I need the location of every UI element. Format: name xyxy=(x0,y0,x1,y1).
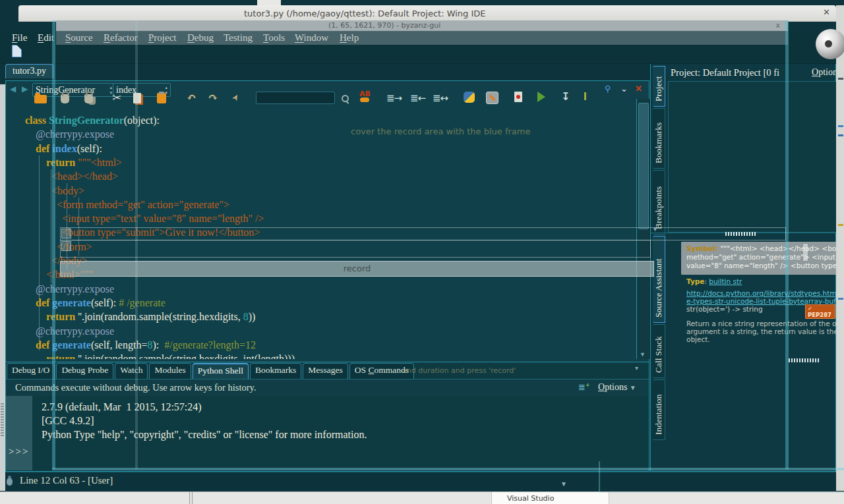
symbol-line: Symbol: """<html> <head></head> <body> <… xyxy=(686,244,838,252)
byzanz-close-icon[interactable]: x xyxy=(775,21,780,30)
menu-file[interactable]: File xyxy=(12,32,27,43)
shell-options-button[interactable]: Options ▼ xyxy=(598,382,636,393)
chevron-down-icon[interactable]: ⌄ xyxy=(620,84,628,94)
byzanz-window-corner xyxy=(599,461,844,493)
project-panel-title: Project: Default Project [0 fi xyxy=(671,67,779,78)
panel-chevron-icon[interactable]: ▾ xyxy=(635,364,638,372)
indent-match-icon[interactable]: ≣↔ xyxy=(433,92,448,104)
code-line: <head></head> xyxy=(25,169,118,183)
save-all-icon[interactable] xyxy=(84,94,93,103)
tab-debug-probe[interactable]: Debug Probe xyxy=(56,363,113,379)
window-fragment xyxy=(838,78,843,80)
python-icon[interactable] xyxy=(464,92,475,103)
step-into-icon[interactable] xyxy=(561,90,570,103)
docs-url-link[interactable]: http://docs.python.org/library/stdtypes.… xyxy=(686,289,844,297)
chevron-down-icon: ▼ xyxy=(560,480,567,488)
nav-forward-icon[interactable]: ▶ xyxy=(22,84,28,94)
record-button[interactable]: record xyxy=(60,261,654,277)
splitter-menu-icon[interactable]: ⚲ xyxy=(605,84,611,94)
symbol-line: value="8" name="length" /> <button type=… xyxy=(686,262,838,269)
side-tab-call-stack[interactable]: Call Stack xyxy=(653,324,665,378)
code-line: <input type="text" value="8" name="lengt… xyxy=(25,211,264,225)
bug-icon[interactable] xyxy=(7,478,13,486)
configure-icon[interactable] xyxy=(486,92,498,104)
window-title: tutor3.py (/home/gaoy/qttest): Default P… xyxy=(244,9,486,18)
scrollbar-thumb[interactable] xyxy=(638,103,649,229)
background-window-left-strip xyxy=(0,84,5,491)
signature-text: str(object=') -> string xyxy=(686,305,763,313)
new-file-icon[interactable] xyxy=(12,45,22,57)
code-line: <form method="get" action="generate"> xyxy=(25,198,229,211)
run-to-cursor-icon[interactable] xyxy=(584,91,586,103)
taskbar-item-label: Visual Studio xyxy=(507,494,554,503)
record-frame-bottom[interactable] xyxy=(52,468,844,470)
undo-icon[interactable] xyxy=(187,90,196,105)
bottom-panel-tabs: Debug I/ODebug ProbeWatchModulesPython S… xyxy=(7,363,414,379)
tab-messages[interactable]: Messages xyxy=(303,363,348,379)
taskbar-divider xyxy=(189,492,193,504)
code-line: def index(self): xyxy=(25,142,102,155)
drag-handle-icon[interactable] xyxy=(789,358,819,362)
code-line: def generate(self): # /generate xyxy=(25,296,166,310)
code-line: @cherrypy.expose xyxy=(25,127,114,141)
code-line: class StringGenerator(object): xyxy=(25,113,160,127)
project-file-list[interactable] xyxy=(668,81,836,233)
window-fragment xyxy=(838,134,843,136)
tab-debug-i-o[interactable]: Debug I/O xyxy=(7,363,55,379)
scroll-down-icon[interactable]: ▼ xyxy=(640,351,646,358)
indent-left-icon[interactable]: ≣← xyxy=(410,92,425,104)
nav-back-icon[interactable]: ◀ xyxy=(10,84,16,94)
desktop-top-edge xyxy=(0,0,844,5)
tab-watch[interactable]: Watch xyxy=(115,363,148,379)
side-tab-project[interactable]: Project xyxy=(653,66,665,107)
open-folder-icon[interactable] xyxy=(34,95,47,103)
tab-tutor3-py[interactable]: tutor3.py xyxy=(5,64,53,78)
indent-right-icon[interactable]: ≣→ xyxy=(386,92,402,104)
toggle-case-icon[interactable] xyxy=(359,91,370,102)
shell-toolbar: Commands execute without debug. Use arro… xyxy=(6,379,649,397)
search-icon[interactable] xyxy=(342,95,349,102)
side-tab-breakpoints[interactable]: Breakpoints xyxy=(653,170,665,235)
tab-label: tutor3.py xyxy=(13,66,46,76)
window-titlebar[interactable]: tutor3.py (/home/gaoy/qttest): Default P… xyxy=(18,5,836,22)
cut-icon[interactable] xyxy=(112,91,121,105)
record-area-outline xyxy=(60,240,651,258)
background-window-edge xyxy=(257,0,281,5)
paste-icon[interactable] xyxy=(157,93,166,103)
tab-python-shell[interactable]: Python Shell xyxy=(193,363,249,379)
tab-modules[interactable]: Modules xyxy=(149,363,191,379)
byzanz-title: (1, 65, 1621, 970) - byzanz-gui xyxy=(328,21,440,30)
new-prompt-icon[interactable]: ≣+ xyxy=(578,382,590,392)
resize-handle[interactable] xyxy=(61,241,71,251)
run-icon[interactable] xyxy=(537,92,545,102)
type-line: Type: builtin str xyxy=(686,277,742,285)
source-assistant-panel: Symbol: """<html> <head></head> <body> <… xyxy=(668,234,835,471)
description-line: argument is a string, the return value i… xyxy=(686,327,844,335)
code-line: return ''.join(random.sample(string.hexd… xyxy=(25,310,255,323)
taskbar: Visual Studio xyxy=(0,491,844,504)
side-tab-source-assistant[interactable]: Source Assistant xyxy=(653,236,665,323)
editor-tabrow: tutor3.py xyxy=(5,63,649,80)
builtin-str-link[interactable]: builtin str xyxy=(709,277,742,285)
tab-bookmarks[interactable]: Bookmarks xyxy=(250,363,301,379)
close-icon[interactable]: ✕ xyxy=(823,7,830,17)
pep287-badge: ✓ PEP287 xyxy=(805,304,835,319)
window-fragment xyxy=(838,224,843,226)
python-shell[interactable]: >>> 2.7.9 (default, Mar 1 2015, 12:57:24… xyxy=(6,396,649,470)
side-tab-bookmarks[interactable]: Bookmarks xyxy=(653,108,665,169)
save-icon[interactable] xyxy=(61,94,69,103)
search-input[interactable] xyxy=(256,92,335,104)
record-frame-right[interactable] xyxy=(785,20,789,469)
desktop-sphere-icon[interactable] xyxy=(816,29,844,59)
debug-file-icon[interactable] xyxy=(514,92,522,102)
close-split-icon[interactable]: ✕ xyxy=(635,84,642,94)
record-frame-left[interactable] xyxy=(52,20,55,469)
taskbar-item-visual-studio[interactable]: Visual Studio xyxy=(491,492,609,504)
symbol-label: Symbol: xyxy=(686,244,721,252)
window-fragment xyxy=(838,298,843,300)
redo-icon[interactable] xyxy=(208,90,218,105)
drag-handle-icon[interactable] xyxy=(725,232,757,236)
resize-handle[interactable] xyxy=(61,229,71,238)
drag-handle-icon[interactable] xyxy=(1,403,4,437)
side-tab-indentation[interactable]: Indentation xyxy=(653,379,665,440)
